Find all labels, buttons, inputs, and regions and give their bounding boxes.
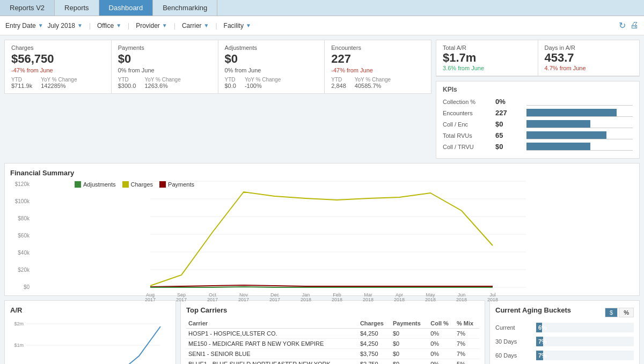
carriers-table: Carrier Charges Payments Coll % % Mix HO… — [186, 318, 479, 364]
carrier-payments: $0 — [391, 349, 428, 359]
carrier-coll: 0% — [428, 349, 455, 359]
top-carriers-container: Top Carriers Carrier Charges Payments Co… — [180, 300, 485, 364]
carrier-mix: 7% — [455, 339, 479, 349]
total-ar-value: $1.7m — [443, 51, 531, 65]
summary-row: Charges $56,750 -47% from June YTD$711.9… — [4, 40, 431, 94]
entry-date-filter[interactable]: Entry Date ▼ — [5, 22, 43, 29]
table-row: ME150 - MEDICARE PART B NEW YORK EMPIRE … — [186, 339, 479, 349]
svg-text:2017: 2017 — [207, 297, 218, 302]
total-ar-change: 3.6% from June — [443, 65, 531, 71]
aging-pct-btn[interactable]: % — [619, 308, 634, 317]
filter-bar: Entry Date ▼ July 2018 ▼ | Office ▼ | Pr… — [0, 16, 644, 35]
carrier-coll: 0% — [428, 339, 455, 349]
card-label-2: Adjustments — [225, 44, 318, 51]
carrier-coll: 0% — [428, 329, 455, 339]
date-value-arrow: ▼ — [77, 23, 83, 28]
kpi-bar-2 — [526, 121, 633, 128]
carrier-payments: $0 — [391, 359, 428, 365]
facility-filter[interactable]: Facility ▼ — [224, 22, 251, 29]
financial-chart-title: Financial Summary — [10, 169, 634, 177]
aging-row-2: 60 Days 7% — [495, 351, 634, 360]
ar-chart-container: A/R $2m $1m $500k $0 Aug 2017 Oct 2017 — [4, 300, 176, 364]
date-value-filter[interactable]: July 2018 ▼ — [48, 22, 83, 29]
carrier-name: SENI1 - SENIOR BLUE — [186, 349, 358, 359]
card-sub-3: YTD2,848 YoY % Change40585.7% — [331, 77, 425, 89]
tab-dashboard[interactable]: Dashboard — [99, 0, 153, 16]
days-ar-label: Days in A/R — [545, 44, 633, 51]
refresh-icon[interactable]: ↻ — [619, 20, 626, 31]
kpi-bar-1 — [526, 109, 633, 117]
legend-adjustments-box — [75, 181, 81, 188]
aging-buckets-container: Current Aging Buckets $ % Current 6% 30 … — [489, 300, 640, 364]
col-mix: % Mix — [455, 318, 479, 329]
summary-cards-container: Charges $56,750 -47% from June YTD$711.9… — [4, 40, 431, 159]
svg-text:2018: 2018 — [301, 297, 311, 302]
card-change-3: -47% from June — [331, 67, 425, 73]
svg-text:2017: 2017 — [269, 297, 280, 302]
entry-date-label: Entry Date — [5, 22, 36, 29]
tab-reports-v2[interactable]: Reports V2 — [0, 0, 55, 16]
kpi-rows: Collection % 0% Encounters 227 Coll / En… — [443, 98, 633, 151]
svg-text:$2m: $2m — [14, 321, 24, 326]
card-value-0: $56,750 — [11, 52, 105, 66]
tab-reports[interactable]: Reports — [55, 0, 99, 16]
card-sub-2: YTD$0.0 YoY % Change-100% — [225, 77, 318, 89]
carrier-label: Carrier — [182, 22, 202, 29]
carrier-mix: 7% — [455, 349, 479, 359]
carrier-payments: $0 — [391, 339, 428, 349]
card-value-1: $0 — [118, 52, 211, 66]
top-carriers-title: Top Carriers — [186, 306, 479, 314]
carrier-charges: $4,250 — [358, 339, 391, 349]
svg-text:2018: 2018 — [394, 297, 405, 302]
svg-text:$1m: $1m — [14, 343, 24, 348]
carrier-charges: $4,250 — [358, 329, 391, 339]
financial-chart-container: Financial Summary $120k $100k $80k $60k … — [4, 163, 640, 296]
legend-charges: Charges — [122, 181, 153, 188]
carrier-name: BLUE1 - BLUE SHIELD NORTHEASTER NEW YORK — [186, 359, 358, 365]
kpi-val-1: 227 — [495, 109, 522, 117]
kpi-row-4: Coll / TRVU $0 — [443, 143, 633, 151]
kpi-row-2: Coll / Enc $0 — [443, 120, 633, 128]
aging-track-1: 7% — [536, 337, 634, 346]
facility-arrow: ▼ — [246, 23, 251, 28]
carrier-name: ME150 - MEDICARE PART B NEW YORK EMPIRE — [186, 339, 358, 349]
card-change-1: 0% from June — [118, 67, 211, 73]
aging-fill-2: 7% — [536, 351, 543, 360]
summary-card-adjustments: Adjustments $0 0% from June YTD$0.0 YoY … — [218, 40, 325, 93]
card-change-0: -47% from June — [11, 67, 105, 73]
kpi-val-4: $0 — [495, 143, 522, 151]
filter-separator-4: | — [215, 22, 217, 29]
tab-benchmarking[interactable]: Benchmarking — [153, 0, 217, 16]
card-value-2: $0 — [225, 52, 318, 66]
aging-dollar-btn[interactable]: $ — [605, 308, 618, 317]
office-arrow: ▼ — [116, 23, 121, 28]
kpi-section: KPIs Collection % 0% Encounters 227 Coll… — [436, 81, 640, 159]
summary-card-encounters: Encounters 227 -47% from June YTD2,848 Y… — [325, 40, 431, 93]
ar-chart-title: A/R — [10, 306, 170, 314]
carrier-filter[interactable]: Carrier ▼ — [182, 22, 209, 29]
kpi-bar-fill-4 — [526, 143, 590, 150]
date-value-label: July 2018 — [48, 22, 75, 29]
office-label: Office — [97, 22, 114, 29]
filter-actions: ↻ 🖨 — [619, 20, 639, 31]
aging-controls: $ % — [605, 308, 634, 317]
kpi-bar-fill-1 — [526, 109, 617, 116]
aging-row-0: Current 6% — [495, 323, 634, 332]
card-value-3: 227 — [331, 52, 425, 66]
col-carrier: Carrier — [186, 318, 358, 329]
main-content: Charges $56,750 -47% from June YTD$711.9… — [0, 35, 644, 364]
print-icon[interactable]: 🖨 — [630, 20, 639, 31]
table-row: HOSP1 - HOSPICE,ULSTER CO. $4,250 $0 0% … — [186, 329, 479, 339]
top-navigation: Reports V2 Reports Dashboard Benchmarkin… — [0, 0, 644, 16]
aging-title: Current Aging Buckets — [495, 306, 571, 314]
summary-card-charges: Charges $56,750 -47% from June YTD$711.9… — [5, 40, 112, 93]
days-ar-change: 4.7% from June — [545, 65, 633, 71]
legend-adjustments: Adjustments — [75, 181, 116, 188]
card-sub-1: YTD$300.0 YoY % Change1263.6% — [118, 77, 211, 89]
chart-legend: Adjustments Charges Payments — [75, 181, 194, 188]
card-label-3: Encounters — [331, 44, 425, 51]
provider-filter[interactable]: Provider ▼ — [136, 22, 167, 29]
office-filter[interactable]: Office ▼ — [97, 22, 121, 29]
top-section: Charges $56,750 -47% from June YTD$711.9… — [4, 40, 640, 159]
legend-charges-box — [122, 181, 129, 188]
